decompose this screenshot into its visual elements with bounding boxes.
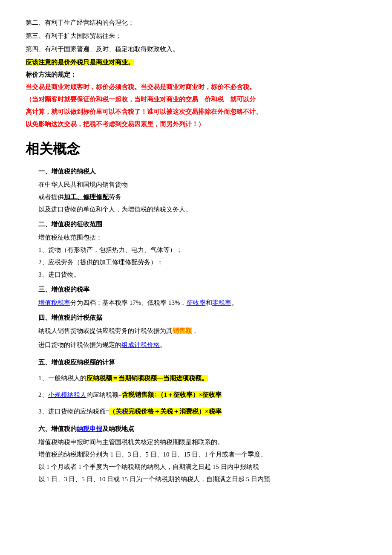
sub1-underline: 加工、修理修配 xyxy=(64,194,109,200)
subsection-3-heading: 三、增值税的税率 xyxy=(38,284,366,295)
subsection-1-heading: 一、增值税的纳税人 xyxy=(38,166,366,177)
subsection-2-heading: 二、增值税的征收范围 xyxy=(38,219,366,230)
pricing-red4: 以免影响这次交易，把税不考虑到交易因素里，而另外列计！） xyxy=(26,119,366,130)
formula-3-highlight: （关税完税价格＋关税＋消费税）×税率 xyxy=(109,408,222,415)
small-scale-link[interactable]: 小规模纳税人 xyxy=(48,391,86,398)
tax-rate-link[interactable]: 增值税税率 xyxy=(38,299,70,306)
sub4-line2: 进口货物的计税依据为规定的组成计税价格。 xyxy=(38,339,366,351)
pricing-red3: 离计算，就可以做到标价里可以不含税了！谁可以被这次交易排除在外而忽略不计、 xyxy=(26,106,366,118)
sub4-line1: 纳税人销售货物或提供应税劳务的计税依据为其销售额， xyxy=(38,325,366,337)
sub1-line1: 在中华人民共和国境内销售货物 xyxy=(38,179,366,191)
section-title: 相关概念 xyxy=(26,137,366,162)
customs-link[interactable]: 关税 xyxy=(115,408,128,415)
sub1-line2: 或者提供加工、修理修配劳务 xyxy=(38,191,366,203)
note-yellow: 应该注意的是价外税只是商业对商业。 xyxy=(26,57,366,68)
sub6-line1: 增值税纳税申报时间与主管国税机关核定的纳税期限是相联系的。 xyxy=(38,436,366,448)
subsection-4-heading: 四、增值税的计税依据 xyxy=(38,312,366,324)
sub2-line3: 2、应税劳务（提供的加工修理修配劳务）； xyxy=(38,257,366,268)
pricing-red2: （当对顾客时就要保证价和税一起收，当时商业对商业的交易 价和税 就可以分 xyxy=(26,94,366,105)
note-yellow-text: 应该注意的是价外税只是商业对商业。 xyxy=(26,59,134,66)
subsection-3: 三、增值税的税率 增值税税率分为四档：基本税率 17%、低税率 13%，征收率和… xyxy=(38,284,366,309)
subsection-4: 四、增值税的计税依据 纳税人销售货物或提供应税劳务的计税依据为其销售额， 进口货… xyxy=(38,312,366,351)
sub6-line3: 以 1 个月或者 1 个季度为一个纳税期的纳税人，自期满之日起 15 日内申报纳… xyxy=(38,461,366,473)
sub2-line2: 1、货物（有形动产，包括热力、电力、气体等）； xyxy=(38,244,366,256)
subsection-5-heading: 五、增值税应纳税额的计算 xyxy=(38,357,366,368)
subsection-6-heading: 六、增值税的纳税申报及纳税地点 xyxy=(38,423,366,435)
tax-declaration-link[interactable]: 纳税申报 xyxy=(77,425,102,432)
sub1-line3: 以及进口货物的单位和个人，为增值税的纳税义务人。 xyxy=(38,204,366,215)
intro-line2: 第三、有利于扩大国际贸易往来； xyxy=(26,30,366,42)
sub6-line2: 增值税的纳税期限分别为 1 日、3 日、5 日、10 日、15 日、1 个月或者… xyxy=(38,449,366,460)
intro-line1: 第二、有利于生产经营结构的合理化； xyxy=(26,17,366,29)
formula-1-highlight: 应纳税额＝当期销项税额—当期进项税额。 xyxy=(86,375,208,382)
subsection-1: 一、增值税的纳税人 在中华人民共和国境内销售货物 或者提供加工、修理修配劳务 以… xyxy=(38,166,366,215)
formula-2-highlight: 含税销售额÷（1＋征收率）×征收率 xyxy=(122,391,222,398)
formula-1: 1、一般纳税人的应纳税额＝当期销项税额—当期进项税额。 xyxy=(38,373,366,384)
formula-3: 3、进口货物的应纳税额=（关税完税价格＋关税＋消费税）×税率 xyxy=(38,406,366,417)
subsection-5: 五、增值税应纳税额的计算 1、一般纳税人的应纳税额＝当期销项税额—当期进项税额。… xyxy=(38,357,366,417)
subsection-6: 六、增值税的纳税申报及纳税地点 增值税纳税申报时间与主管国税机关核定的纳税期限是… xyxy=(38,423,366,485)
formula-2: 2、小规模纳税人的应纳税额=含税销售额÷（1＋征收率）×征收率 xyxy=(38,389,366,401)
composed-price-link[interactable]: 组成计税价格 xyxy=(121,341,160,348)
pricing-red1: 当交易是商业对顾客时，标价必须含税。当交易是商业对商业时，标价不必含税。 xyxy=(26,81,366,93)
sub3-line1: 增值税税率分为四档：基本税率 17%、低税率 13%，征收率和零税率。 xyxy=(38,297,366,309)
intro-section: 第二、有利于生产经营结构的合理化； 第三、有利于扩大国际贸易往来； 第四、有利于… xyxy=(26,17,366,130)
sub2-line1: 增值税征收范围包括： xyxy=(38,232,366,243)
subsection-2: 二、增值税的征收范围 增值税征收范围包括： 1、货物（有形动产，包括热力、电力、… xyxy=(38,219,366,280)
sub2-line4: 3、进口货物。 xyxy=(38,269,366,280)
zero-rate-link[interactable]: 零税率 xyxy=(212,299,231,306)
intro-line3: 第四、有利于国家普遍、及时、稳定地取得财政收入。 xyxy=(26,43,366,55)
pricing-heading: 标价方法的规定： xyxy=(26,69,366,81)
sub6-line4: 以 1 日、3 日、5 日、10 日或 15 日为一个纳税期的纳税人，自期满之日… xyxy=(38,474,366,485)
levy-rate-link[interactable]: 征收率 xyxy=(187,299,206,306)
sales-amount-highlight: 销售额 xyxy=(173,327,192,334)
